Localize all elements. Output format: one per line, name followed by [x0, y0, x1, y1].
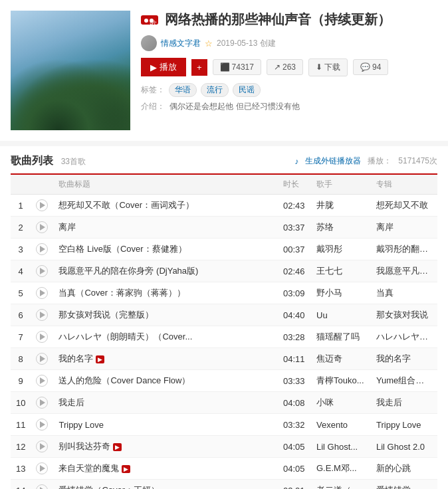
table-row: 13来自天堂的魔鬼▶04:05G.E.M邓...新的心跳 [11, 458, 437, 480]
play-cell[interactable] [31, 414, 53, 436]
song-artist[interactable]: 戴羽彤 [311, 239, 371, 260]
song-title[interactable]: 我的名字 [58, 353, 93, 363]
tags-label: 标签： [141, 84, 165, 96]
play-icon[interactable] [36, 309, 48, 321]
mv-badge[interactable]: ▶ [122, 465, 130, 473]
play-triangle-icon [40, 246, 45, 252]
song-album[interactable]: 我的名字 [371, 348, 437, 370]
play-cell[interactable] [31, 392, 53, 414]
song-album[interactable]: Trippy Love [371, 414, 437, 436]
song-album[interactable]: 当真 [371, 282, 437, 304]
tag-chinese[interactable]: 华语 [169, 83, 197, 97]
play-icon[interactable] [36, 462, 48, 474]
song-title[interactable]: ハレハレヤ（朗朗晴天）（Cover... [58, 332, 192, 342]
song-artist[interactable]: Vexento [311, 414, 371, 436]
song-album[interactable]: 新的心跳 [371, 458, 437, 480]
mv-badge[interactable]: ▶ [113, 443, 122, 451]
song-artist[interactable]: 猫瑶醒了吗 [311, 326, 371, 348]
play-icon[interactable] [36, 265, 48, 277]
info-section: 歌单 网络热播的那些神仙声音（持续更新） 情感文字君 ☆ 2019-05-13 … [141, 11, 437, 130]
play-cell[interactable] [31, 304, 53, 326]
song-artist[interactable]: 青檸Touko... [311, 370, 371, 392]
song-artist[interactable]: Lil Ghost... [311, 436, 371, 458]
tag-popular[interactable]: 流行 [201, 83, 229, 97]
song-album[interactable]: 那女孩对我说 [371, 304, 437, 326]
song-artist[interactable]: G.E.M邓... [311, 458, 371, 480]
play-icon[interactable] [36, 243, 48, 255]
play-triangle-icon [40, 377, 45, 384]
song-title[interactable]: 那女孩对我说（完整版） [58, 310, 154, 320]
play-icon[interactable] [36, 353, 48, 365]
play-icon[interactable] [36, 440, 48, 452]
play-icon[interactable] [36, 221, 48, 233]
song-title[interactable]: Trippy Love [58, 420, 103, 430]
song-artist[interactable]: Uu [311, 304, 371, 326]
song-title[interactable]: 来自天堂的魔鬼 [58, 463, 119, 473]
play-icon[interactable] [36, 375, 48, 387]
song-artist[interactable]: 苏络 [311, 217, 371, 239]
play-cell[interactable] [31, 195, 53, 217]
row-number: 12 [11, 436, 31, 458]
share-button[interactable]: ↗ 263 [267, 59, 303, 75]
play-cell[interactable] [31, 326, 53, 348]
song-title[interactable]: 我愿意平凡的陪在你身旁 (DjYaha版) [58, 266, 198, 276]
song-album[interactable]: ハレハレヤ（朗... [371, 326, 437, 348]
song-title-cell: 我的名字▶ [53, 348, 278, 370]
play-icon[interactable] [36, 419, 48, 431]
song-title[interactable]: 送人的危险（Cover Dance Flow） [58, 375, 190, 385]
song-title-cell: 空白格 Live版（Cover：蔡健雅） [53, 239, 278, 260]
add-to-playlist-button[interactable]: + [191, 59, 207, 76]
song-title[interactable]: 爱情错觉（Cover：王妍） [58, 485, 160, 489]
play-cell[interactable] [31, 436, 53, 458]
play-cell[interactable] [31, 348, 53, 370]
song-title[interactable]: 当真（Cover：蒋家驹（蒋蒋）） [58, 288, 185, 298]
tag-folk[interactable]: 民谣 [233, 83, 261, 97]
play-triangle-icon [40, 334, 45, 340]
song-album[interactable]: 离岸 [371, 217, 437, 239]
table-row: 11Trippy Love03:32VexentoTrippy Love [11, 414, 437, 436]
song-artist[interactable]: 野小马 [311, 282, 371, 304]
play-cell[interactable] [31, 282, 53, 304]
song-album[interactable]: Yume组合大会唱 [371, 370, 437, 392]
play-cell[interactable] [31, 217, 53, 239]
song-artist[interactable]: 老二道（... [311, 480, 371, 490]
mv-badge[interactable]: ▶ [96, 355, 104, 363]
song-title-cell: 离岸 [53, 217, 278, 239]
song-artist[interactable]: 焦迈奇 [311, 348, 371, 370]
song-title[interactable]: 离岸 [58, 222, 76, 232]
play-icon[interactable] [36, 397, 48, 409]
play-cell[interactable] [31, 458, 53, 480]
song-title[interactable]: 我走后 [58, 397, 84, 407]
creator-name[interactable]: 情感文字君 [161, 38, 201, 49]
play-cell[interactable] [31, 260, 53, 282]
row-number: 7 [11, 326, 31, 348]
song-album[interactable]: Lil Ghost 2.0 [371, 436, 437, 458]
play-triangle-icon [40, 290, 45, 296]
star-icon[interactable]: ☆ [205, 39, 213, 49]
play-icon[interactable] [36, 331, 48, 343]
song-title[interactable]: 想死却又不敢（Cover：画词戏子） [58, 200, 194, 210]
play-button[interactable]: ▶ 播放 [141, 58, 186, 76]
song-album[interactable]: 戴羽彤的翻唱集 [371, 239, 437, 260]
song-artist[interactable]: 王七七 [311, 260, 371, 282]
song-duration: 04:11 [278, 348, 311, 370]
top-section: 歌单 网络热播的那些神仙声音（持续更新） 情感文字君 ☆ 2019-05-13 … [0, 0, 448, 141]
play-cell[interactable] [31, 239, 53, 260]
song-album[interactable]: 爱情错觉 [371, 480, 437, 490]
play-icon[interactable] [36, 287, 48, 299]
song-artist[interactable]: 井胧 [311, 195, 371, 217]
play-icon[interactable] [36, 199, 48, 211]
play-cell[interactable] [31, 370, 53, 392]
play-cell[interactable] [31, 480, 53, 490]
song-title[interactable]: 空白格 Live版（Cover：蔡健雅） [58, 244, 186, 254]
play-icon[interactable] [36, 484, 48, 489]
download-button[interactable]: ⬇ 下载 [308, 58, 348, 76]
song-album[interactable]: 想死却又不敢 [371, 195, 437, 217]
comment-button[interactable]: 💬 94 [353, 59, 388, 75]
generate-link-button[interactable]: 生成外链播放器 [305, 155, 361, 167]
collect-button[interactable]: ⬛ 74317 [213, 59, 261, 75]
song-album[interactable]: 我走后 [371, 392, 437, 414]
song-artist[interactable]: 小咪 [311, 392, 371, 414]
song-title[interactable]: 别叫我达芬奇 [58, 441, 110, 451]
song-album[interactable]: 我愿意平凡的陪... [371, 260, 437, 282]
